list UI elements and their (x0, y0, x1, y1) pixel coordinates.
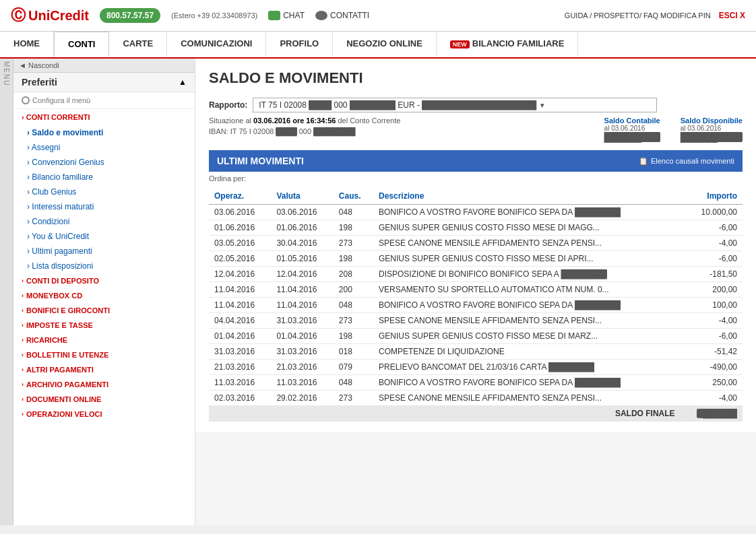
configura-menu[interactable]: Configura il menù (13, 92, 195, 109)
sidebar-cat-deposito[interactable]: › CONTI DI DEPOSITO (13, 273, 195, 288)
cell-descrizione: SPESE CANONE MENSILE AFFIDAMENTO SENZA P… (373, 313, 681, 329)
sidebar-cat-archivio[interactable]: › ARCHIVIO PAGAMENTI (13, 377, 195, 392)
sidebar-wrapper: MENU ◄ Nascondi Preferiti ▲ Configura il… (0, 59, 195, 525)
contatti-button[interactable]: CONTATTI (315, 11, 369, 20)
sidebar-link-you[interactable]: › You & UniCredit (13, 229, 195, 244)
cell-descrizione: SPESE CANONE MENSILE AFFIDAMENTO SENZA P… (373, 236, 681, 251)
cell-valuta: 29.02.2016 (271, 391, 333, 406)
sidebar-link-assegni[interactable]: › Assegni (13, 140, 195, 155)
cell-valuta: 11.04.2016 (271, 282, 333, 298)
cell-caus: 048 (334, 205, 373, 220)
sidebar-cat-ricariche[interactable]: › RICARICHE (13, 333, 195, 347)
sidebar-link-pagamenti[interactable]: › Ultimi pagamenti (13, 244, 195, 259)
cell-descrizione: BONIFICO A VOSTRO FAVORE BONIFICO SEPA D… (373, 375, 681, 391)
col-valuta[interactable]: Valuta (271, 188, 333, 205)
elenco-icon: 📋 (639, 157, 648, 166)
sidebar-conti-correnti[interactable]: › CONTI CORRENTI (13, 109, 195, 125)
cell-descrizione: PRELIEVO BANCOMAT DEL 21/03/16 CARTA ███… (373, 360, 681, 375)
sidebar-cat-bonifici[interactable]: › BONIFICI E GIROCONTI (13, 303, 195, 318)
cell-operaz: 03.06.2016 (209, 205, 271, 220)
sidebar-cat-imposte[interactable]: › IMPOSTE E TASSE (13, 318, 195, 333)
phone-badge[interactable]: 800.57.57.57 (100, 8, 160, 23)
nav-comunicazioni[interactable]: COMUNICAZIONI (167, 32, 266, 57)
nav-carte[interactable]: CARTE (109, 32, 167, 57)
cell-valuta: 11.03.2016 (271, 375, 333, 391)
cell-valuta: 01.06.2016 (271, 220, 333, 236)
esci-link[interactable]: ESCI X (719, 11, 745, 20)
nav-bilancio[interactable]: NEWBILANCIO FAMILIARE (437, 32, 579, 57)
sidebar-cat-moneybox[interactable]: › MONEYBOX CD (13, 288, 195, 303)
sidebar-toggle[interactable]: ◄ Nascondi (13, 59, 195, 73)
sidebar-cat-documenti[interactable]: › DOCUMENTI ONLINE (13, 392, 195, 407)
preferiti-toggle-icon[interactable]: ▲ (179, 77, 187, 87)
saldo-contabile-link[interactable]: Saldo Contabile (604, 116, 660, 125)
iban-row: IBAN: IT 75 I 02008 ████ 000 ████████ (209, 127, 604, 135)
movimenti-title: ULTIMI MOVIMENTI (217, 156, 304, 166)
col-descrizione[interactable]: Descrizione (373, 188, 681, 205)
col-operaz[interactable]: Operaz. (209, 188, 271, 205)
sidebar-link-saldo[interactable]: › Saldo e movimenti (13, 125, 195, 140)
sidebar-link-convenzioni[interactable]: › Convenzioni Genius (13, 155, 195, 170)
contatti-icon (315, 11, 327, 20)
cell-valuta: 01.05.2016 (271, 251, 333, 267)
nav-home[interactable]: HOME (0, 32, 54, 57)
movimenti-table: Operaz. Valuta Caus. Descrizione Importo… (209, 188, 743, 422)
table-row: 02.05.2016 01.05.2016 198 GENIUS SUPER G… (209, 251, 743, 267)
cell-operaz: 11.04.2016 (209, 298, 271, 313)
header-nav-links: GUIDA / PROSPETTO/ FAQ MODIFICA PIN (565, 11, 711, 20)
elenco-link[interactable]: 📋 Elenco causali movimenti (639, 157, 734, 166)
cell-operaz: 21.03.2016 (209, 360, 271, 375)
saldo-disponibile-item: Saldo Disponibile al 03.06.2016 ██████ (681, 116, 743, 142)
cell-caus: 048 (334, 298, 373, 313)
estero-text: (Estero +39 02.33408973) (171, 11, 257, 20)
new-badge: NEW (450, 40, 470, 48)
chat-button[interactable]: CHAT (268, 11, 305, 20)
table-row: 03.06.2016 03.06.2016 048 BONIFICO A VOS… (209, 205, 743, 220)
nav-profilo[interactable]: PROFILO (266, 32, 333, 57)
table-row: 31.03.2016 31.03.2016 018 COMPETENZE DI … (209, 344, 743, 360)
saldo-disponibile-link[interactable]: Saldo Disponibile (681, 116, 743, 125)
sidebar-cat-veloci[interactable]: › OPERAZIONI VELOCI (13, 407, 195, 422)
sidebar-cat-bollettini[interactable]: › BOLLETTINI E UTENZE (13, 347, 195, 362)
saldo-finale-amount: ██████ (697, 409, 737, 418)
cell-importo: 250,00 (681, 375, 743, 391)
sidebar-cat-altri[interactable]: › ALTRI PAGAMENTI (13, 362, 195, 377)
logo-text: UniCredit (28, 8, 89, 24)
gear-icon (22, 96, 30, 104)
sidebar-link-bilancio[interactable]: › Bilancio familiare (13, 170, 195, 185)
col-caus[interactable]: Caus. (334, 188, 373, 205)
table-row: 12.04.2016 12.04.2016 208 DISPOSIZIONE D… (209, 267, 743, 282)
sidebar: ◄ Nascondi Preferiti ▲ Configura il menù… (13, 59, 195, 525)
table-row: 11.04.2016 11.04.2016 048 BONIFICO A VOS… (209, 298, 743, 313)
cell-caus: 273 (334, 391, 373, 406)
saldo-finale-label: SALDO FINALE (209, 406, 681, 422)
right-saldi: Saldo Contabile al 03.06.2016 ██████ Sal… (604, 116, 743, 142)
cell-valuta: 31.03.2016 (271, 313, 333, 329)
logo: Ⓒ UniCredit (11, 5, 89, 26)
cell-importo: -6,00 (681, 329, 743, 344)
cell-operaz: 02.03.2016 (209, 391, 271, 406)
nav-negozio[interactable]: NEGOZIO ONLINE (333, 32, 437, 57)
sidebar-link-club[interactable]: › Club Genius (13, 185, 195, 199)
cell-caus: 198 (334, 329, 373, 344)
header: Ⓒ UniCredit 800.57.57.57 (Estero +39 02.… (0, 0, 756, 32)
content-inner: SALDO E MOVIMENTI Rapporto: IT 75 I 0200… (195, 59, 756, 432)
sidebar-link-condizioni[interactable]: › Condizioni (13, 214, 195, 229)
cell-descrizione: BONIFICO A VOSTRO FAVORE BONIFICO SEPA D… (373, 205, 681, 220)
col-importo[interactable]: Importo (681, 188, 743, 205)
table-row: 11.03.2016 11.03.2016 048 BONIFICO A VOS… (209, 375, 743, 391)
rapporto-row: Rapporto: IT 75 I 02008 ████ 000 ███████… (209, 98, 743, 112)
nav-conti[interactable]: CONTI (54, 32, 109, 57)
sidebar-link-disposizioni[interactable]: › Lista disposizioni (13, 259, 195, 273)
cell-descrizione: GENIUS SUPER GENIUS COSTO FISSO MESE DI … (373, 220, 681, 236)
preferiti-section: Preferiti ▲ (13, 73, 195, 92)
cell-operaz: 03.05.2016 (209, 236, 271, 251)
rapporto-value[interactable]: IT 75 I 02008 ████ 000 ████████ EUR - ██… (253, 98, 657, 112)
main-layout: MENU ◄ Nascondi Preferiti ▲ Configura il… (0, 59, 756, 525)
elenco-label: Elenco causali movimenti (651, 157, 734, 165)
nascondi-label: ◄ Nascondi (19, 61, 59, 69)
cell-descrizione: GENIUS SUPER GENIUS COSTO FISSO MESE DI … (373, 329, 681, 344)
guida-link[interactable]: GUIDA / PROSPETTO/ FAQ MODIFICA PIN (565, 11, 711, 20)
rapporto-dropdown-icon[interactable]: ▼ (539, 102, 546, 109)
sidebar-link-interessi[interactable]: › Interessi maturati (13, 199, 195, 214)
